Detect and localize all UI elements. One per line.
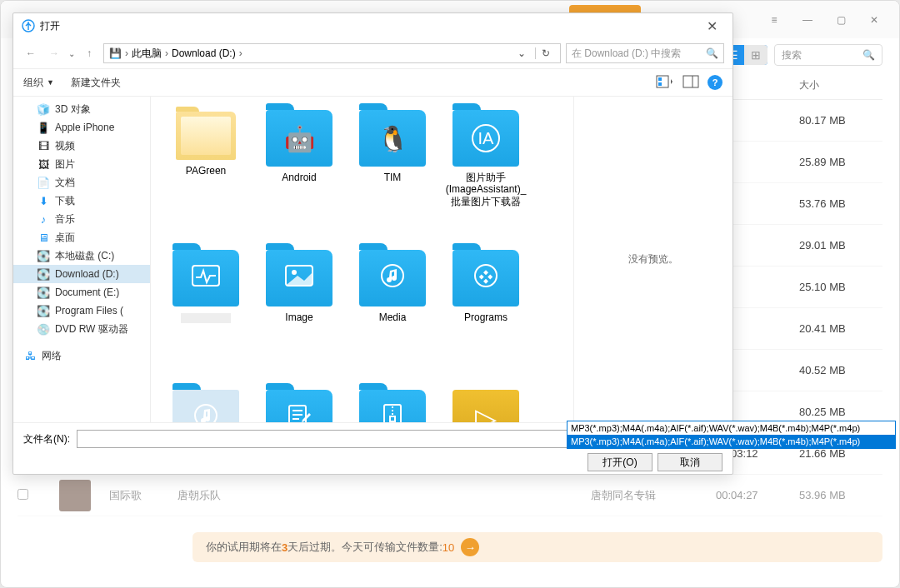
svg-rect-4	[683, 76, 698, 87]
filter-option-selected[interactable]: MP3(*.mp3);M4A(.m4a);AIF(*.aif);WAV(*.wa…	[568, 435, 895, 448]
search-icon: 🔍	[706, 47, 718, 59]
cancel-button[interactable]: 取消	[658, 453, 722, 471]
document-icon: 📄	[37, 176, 50, 189]
dialog-nav: ← → ⌄ ↑ 💾 › 此电脑 › Download (D:) › ⌄ ↻ 在 …	[13, 38, 732, 68]
tree-item-dvd[interactable]: 💿DVD RW 驱动器	[13, 320, 150, 338]
column-size[interactable]: 大小	[799, 78, 882, 92]
breadcrumb-dropdown-icon[interactable]: ⌄	[512, 47, 532, 59]
nav-forward-button[interactable]: →	[45, 44, 63, 62]
filter-option[interactable]: MP3(*.mp3);M4A(.m4a);AIF(*.aif);WAV(*.wa…	[568, 421, 895, 435]
folder-android[interactable]: 🤖 Android	[252, 105, 346, 245]
refresh-button[interactable]: ↻	[535, 47, 555, 59]
row-checkbox[interactable]	[18, 489, 28, 500]
folder-programs[interactable]: Programs	[439, 245, 532, 385]
tree-item-pictures[interactable]: 🖼图片	[13, 155, 150, 173]
folder-tim[interactable]: 🐧 TIM	[346, 105, 439, 245]
tree-item-desktop[interactable]: 🖥桌面	[13, 228, 150, 247]
folder-icon	[176, 112, 236, 160]
tree-item-downloads[interactable]: ⬇下载	[13, 192, 150, 210]
drive-icon: 💽	[37, 267, 50, 281]
folder-icon: IA	[452, 110, 519, 167]
breadcrumb-separator-icon: ›	[125, 47, 128, 59]
files-grid[interactable]: PAGreen 🤖 Android 🐧 TIM IA 图片助手(ImageAss…	[151, 97, 574, 422]
folder-media[interactable]: Media	[346, 245, 439, 385]
dialog-title: 打开	[40, 19, 60, 33]
filename-label: 文件名(N):	[23, 432, 70, 446]
dialog-toolbar: 组织 ▼ 新建文件夹 ?	[13, 68, 732, 97]
dialog-body: 🧊3D 对象 📱Apple iPhone 🎞视频 🖼图片 📄文档 ⬇下载 ♪音乐…	[13, 97, 732, 422]
nav-history-dropdown[interactable]: ⌄	[68, 49, 75, 58]
folder-imageassistant[interactable]: IA 图片助手(ImageAssistant)_批量图片下载器	[439, 105, 532, 245]
folder-icon	[452, 250, 519, 306]
files-area: PAGreen 🤖 Android 🐧 TIM IA 图片助手(ImageAss…	[151, 97, 732, 422]
search-icon: 🔍	[862, 49, 875, 61]
play-icon: ▷	[475, 401, 497, 422]
network-icon: 🖧	[23, 349, 37, 362]
nav-up-button[interactable]: ↑	[80, 44, 98, 62]
filename-input[interactable]	[77, 430, 584, 448]
dialog-close-button[interactable]: ✕	[699, 18, 724, 34]
music-note-icon	[193, 403, 218, 423]
tree-item-ddrive[interactable]: 💽Download (D:)	[13, 265, 150, 283]
tree-item-music[interactable]: ♪音乐	[13, 210, 150, 228]
tree-item-3d-objects[interactable]: 🧊3D 对象	[13, 100, 150, 118]
hamburger-menu-button[interactable]: ≡	[758, 7, 791, 32]
svg-rect-18	[390, 416, 395, 421]
download-icon: ⬇	[37, 194, 50, 207]
desktop-icon: 🖥	[37, 231, 50, 244]
cube-icon: 🧊	[37, 102, 50, 116]
minimize-button[interactable]: —	[791, 7, 824, 32]
help-button[interactable]: ?	[708, 75, 722, 90]
ia-badge-icon: IA	[472, 124, 500, 152]
folder-partial-1[interactable]	[159, 385, 252, 422]
close-button[interactable]: ✕	[858, 7, 891, 32]
new-folder-button[interactable]: 新建文件夹	[71, 76, 121, 90]
svg-point-8	[292, 270, 297, 275]
tree-item-network[interactable]: 🖧网络	[13, 346, 150, 365]
folder-icon: ▷	[452, 390, 519, 422]
nav-back-button[interactable]: ←	[22, 44, 40, 62]
organize-button[interactable]: 组织 ▼	[23, 76, 54, 90]
folder-unnamed-1[interactable]	[159, 245, 252, 385]
drive-icon: 💽	[37, 249, 50, 262]
folder-partial-4[interactable]: ▷	[439, 385, 532, 422]
grid-view-icon[interactable]: ⊞	[744, 45, 768, 65]
breadcrumb-drive[interactable]: Download (D:)	[172, 47, 236, 59]
svg-rect-2	[658, 77, 662, 81]
drive-icon: 💾	[109, 47, 122, 59]
preview-pane-button[interactable]	[682, 75, 699, 91]
folder-partial-2[interactable]	[252, 385, 346, 422]
svg-point-9	[382, 265, 403, 287]
folder-pagreen[interactable]: PAGreen	[159, 105, 252, 245]
file-open-dialog: 打开 ✕ ← → ⌄ ↑ 💾 › 此电脑 › Download (D:) › ⌄…	[12, 12, 733, 475]
dialog-search-input[interactable]: 在 Download (D:) 中搜索 🔍	[566, 43, 724, 63]
tree-item-documents[interactable]: 📄文档	[13, 173, 150, 192]
main-search-input[interactable]: 搜索 🔍	[774, 44, 882, 66]
search-placeholder: 搜索	[782, 48, 802, 62]
archive-icon	[381, 403, 404, 423]
folder-icon	[172, 390, 239, 422]
open-button[interactable]: 打开(O)	[588, 453, 652, 471]
picture-icon: 🖼	[37, 157, 50, 171]
window-controls: ≡ — ▢ ✕	[758, 7, 891, 32]
breadcrumb-bar[interactable]: 💾 › 此电脑 › Download (D:) › ⌄ ↻	[103, 43, 561, 63]
folder-image[interactable]: Image	[252, 245, 346, 385]
tree-item-iphone[interactable]: 📱Apple iPhone	[13, 118, 150, 137]
tree-item-fdrive[interactable]: 💽Program Files (	[13, 301, 150, 320]
tree-item-edrive[interactable]: 💽Document (E:)	[13, 283, 150, 301]
file-type-filter-dropdown[interactable]: MP3(*.mp3);M4A(.m4a);AIF(*.aif);WAV(*.wa…	[567, 421, 896, 449]
maximize-button[interactable]: ▢	[824, 7, 858, 32]
svg-rect-3	[658, 82, 662, 86]
tree-item-videos[interactable]: 🎞视频	[13, 137, 150, 155]
view-mode-button[interactable]	[656, 75, 674, 91]
music-note-icon	[380, 263, 405, 294]
trial-arrow-button[interactable]: →	[461, 538, 479, 556]
drive-icon: 💽	[37, 286, 50, 299]
trial-banner: 你的试用期将在 3 天后过期。今天可传输文件数量: 10 →	[192, 532, 882, 562]
folder-partial-3[interactable]	[346, 385, 439, 422]
folder-icon: 🤖	[266, 110, 332, 167]
breadcrumb-pc[interactable]: 此电脑	[132, 47, 162, 61]
tree-item-cdrive[interactable]: 💽本地磁盘 (C:)	[13, 247, 150, 265]
android-icon: 🤖	[284, 124, 315, 153]
table-row[interactable]: 国际歌 唐朝乐队 唐朝同名专辑 00:04:27 53.96 MB	[18, 475, 882, 516]
